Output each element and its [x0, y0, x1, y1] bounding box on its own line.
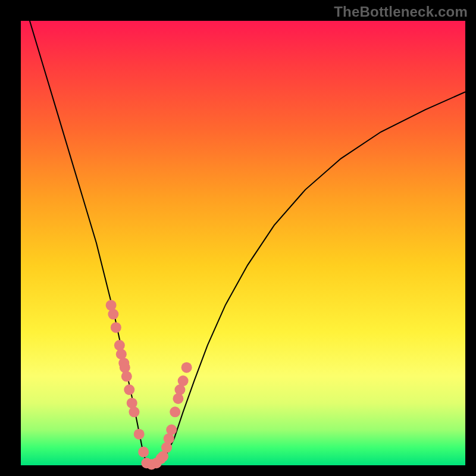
sample-point — [121, 371, 132, 382]
chart-stage: TheBottleneck.com — [0, 0, 476, 476]
sample-point — [178, 375, 189, 386]
sample-point — [108, 309, 118, 320]
sample-points-group — [106, 300, 192, 469]
bottleneck-curve — [30, 21, 465, 465]
sample-point — [173, 393, 183, 404]
watermark-label: TheBottleneck.com — [334, 4, 468, 20]
chart-overlay — [21, 21, 465, 465]
sample-point — [120, 362, 130, 373]
sample-point — [124, 384, 134, 395]
sample-point — [170, 406, 180, 417]
sample-point — [114, 340, 125, 350]
sample-point — [106, 300, 117, 311]
sample-point — [181, 362, 192, 373]
sample-point — [129, 406, 139, 417]
sample-point — [111, 322, 121, 333]
sample-point — [166, 424, 177, 435]
sample-point — [127, 397, 137, 408]
sample-point — [161, 442, 172, 453]
sample-point — [138, 447, 149, 458]
sample-point — [134, 429, 145, 440]
